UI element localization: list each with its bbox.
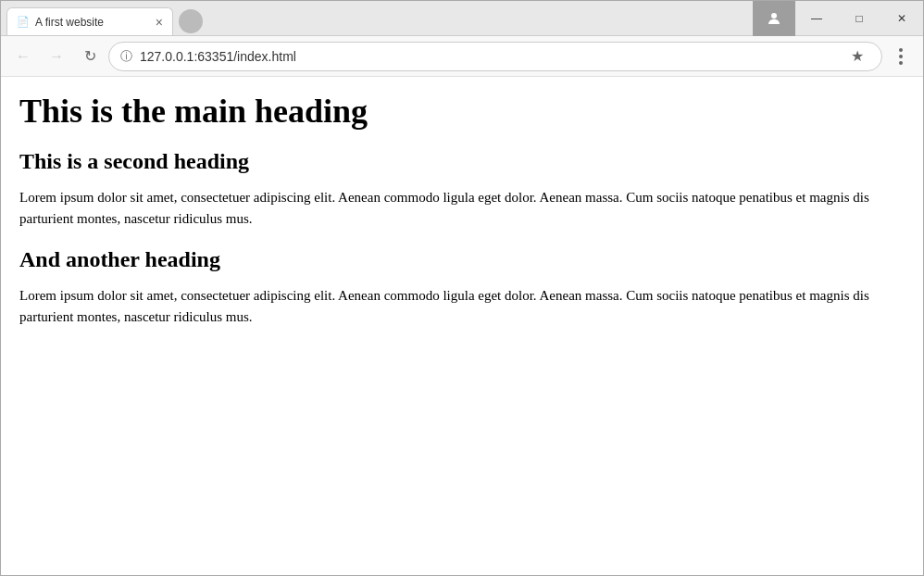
url-text: 127.0.0.1:63351/index.html <box>140 49 837 64</box>
tab-page-icon: 📄 <box>17 16 30 28</box>
browser-window: 📄 A first website × — □ ✕ ← → ↻ <box>0 0 924 576</box>
profile-icon[interactable] <box>763 7 785 30</box>
nav-bar: ← → ↻ ⓘ 127.0.0.1:63351/index.html ★ <box>1 36 923 77</box>
third-heading: And another heading <box>19 247 905 272</box>
maximize-button[interactable]: □ <box>838 1 880 36</box>
page-content: This is the main heading This is a secon… <box>1 77 923 575</box>
profile-area <box>753 1 795 36</box>
tab-close-button[interactable]: × <box>154 13 165 31</box>
second-paragraph: Lorem ipsum dolor sit amet, consectetuer… <box>19 285 905 327</box>
tab-bar: 📄 A first website × <box>1 2 203 35</box>
bookmark-button[interactable]: ★ <box>844 44 870 69</box>
three-dots-icon <box>899 48 903 65</box>
first-paragraph: Lorem ipsum dolor sit amet, consectetuer… <box>19 187 905 229</box>
minimize-button[interactable]: — <box>795 1 838 36</box>
forward-button[interactable]: → <box>42 42 71 71</box>
window-controls: — □ ✕ <box>795 1 923 36</box>
svg-point-0 <box>771 13 777 19</box>
tab-title: A first website <box>35 16 148 29</box>
main-heading: This is the main heading <box>19 92 905 131</box>
more-options-button[interactable] <box>886 42 916 71</box>
security-icon: ⓘ <box>120 48 132 65</box>
second-heading: This is a second heading <box>19 149 905 174</box>
back-button[interactable]: ← <box>8 42 38 71</box>
reload-button[interactable]: ↻ <box>75 42 105 71</box>
address-bar[interactable]: ⓘ 127.0.0.1:63351/index.html ★ <box>108 42 882 71</box>
title-bar: 📄 A first website × — □ ✕ <box>1 1 923 36</box>
close-button[interactable]: ✕ <box>880 1 923 36</box>
new-tab-button[interactable] <box>179 9 203 33</box>
active-tab[interactable]: 📄 A first website × <box>6 7 173 35</box>
